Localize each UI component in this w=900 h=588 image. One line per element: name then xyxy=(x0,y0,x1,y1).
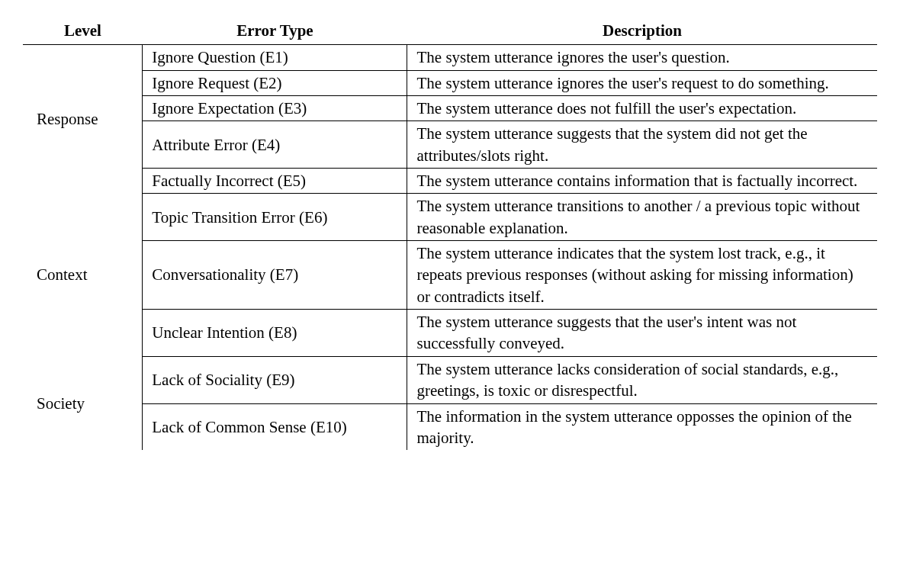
desc-cell: The system utterance indicates that the … xyxy=(407,241,877,310)
error-cell: Conversationality (E7) xyxy=(143,241,407,310)
desc-cell: The system utterance ignores the user's … xyxy=(407,70,877,95)
level-cell: Response xyxy=(23,45,143,194)
header-description: Description xyxy=(407,15,877,45)
error-cell: Attribute Error (E4) xyxy=(143,121,407,169)
desc-cell: The information in the system utterance … xyxy=(407,403,877,450)
desc-cell: The system utterance ignores the user's … xyxy=(407,45,877,70)
table-row: Lack of Common Sense (E10) The informati… xyxy=(23,403,877,450)
desc-cell: The system utterance contains informatio… xyxy=(407,169,877,194)
desc-cell: The system utterance suggests that the s… xyxy=(407,121,877,169)
error-cell: Lack of Sociality (E9) xyxy=(143,356,407,403)
table-row: Conversationality (E7) The system uttera… xyxy=(23,241,877,310)
table-row: Ignore Request (E2) The system utterance… xyxy=(23,70,877,95)
level-cell: Society xyxy=(23,356,143,450)
table-row: Response Ignore Question (E1) The system… xyxy=(23,45,877,70)
table-row: Ignore Expectation (E3) The system utter… xyxy=(23,96,877,121)
table-row: Context Topic Transition Error (E6) The … xyxy=(23,194,877,241)
error-cell: Topic Transition Error (E6) xyxy=(143,194,407,241)
table-row: Unclear Intention (E8) The system uttera… xyxy=(23,310,877,357)
table-header-row: Level Error Type Description xyxy=(23,15,877,45)
desc-cell: The system utterance lacks consideration… xyxy=(407,356,877,403)
error-cell: Ignore Request (E2) xyxy=(143,70,407,95)
desc-cell: The system utterance does not fulfill th… xyxy=(407,96,877,121)
header-level: Level xyxy=(23,15,143,45)
error-cell: Factually Incorrect (E5) xyxy=(143,169,407,194)
error-cell: Unclear Intention (E8) xyxy=(143,310,407,357)
desc-cell: The system utterance suggests that the u… xyxy=(407,310,877,357)
level-cell: Context xyxy=(23,194,143,356)
error-cell: Lack of Common Sense (E10) xyxy=(143,403,407,450)
table-row: Attribute Error (E4) The system utteranc… xyxy=(23,121,877,169)
error-cell: Ignore Expectation (E3) xyxy=(143,96,407,121)
header-error-type: Error Type xyxy=(143,15,407,45)
table-row: Society Lack of Sociality (E9) The syste… xyxy=(23,356,877,403)
table-row: Factually Incorrect (E5) The system utte… xyxy=(23,169,877,194)
error-cell: Ignore Question (E1) xyxy=(143,45,407,70)
error-types-table: Level Error Type Description Response Ig… xyxy=(23,15,877,450)
desc-cell: The system utterance transitions to anot… xyxy=(407,194,877,241)
